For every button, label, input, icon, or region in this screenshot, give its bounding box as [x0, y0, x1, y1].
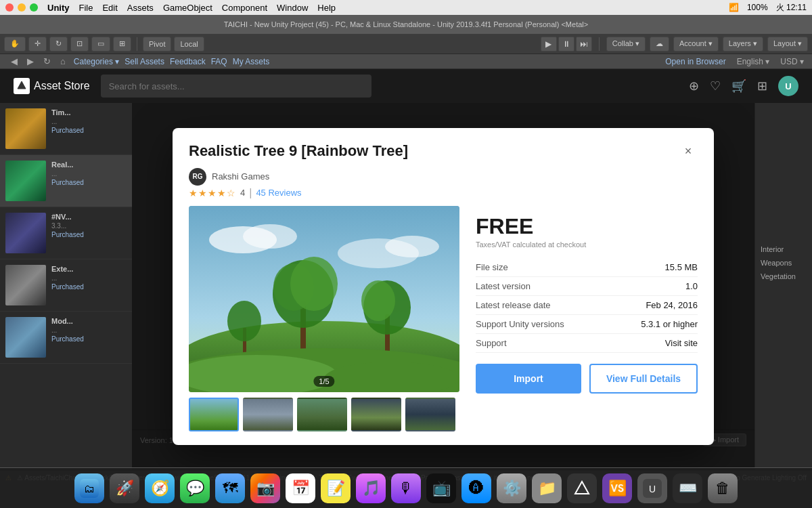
menu-gameobject[interactable]: GameObject	[163, 3, 212, 13]
main-product-image: 1/5	[189, 206, 459, 392]
tab-feedback[interactable]: Feedback	[170, 57, 206, 66]
right-panel-item-interior[interactable]: Interior	[755, 242, 812, 256]
menu-window[interactable]: Window	[277, 3, 308, 13]
layers-button[interactable]: Layers ▾	[723, 37, 763, 51]
wifi-icon: 📶	[729, 3, 739, 12]
product-title: Realistic Tree 9 [Rainbow Tree]	[189, 142, 408, 161]
svg-point-4	[385, 236, 439, 257]
local-button[interactable]: Local	[174, 37, 204, 51]
dock-unity[interactable]	[567, 473, 597, 503]
image-counter: 1/5	[313, 376, 334, 387]
list-item[interactable]: Real... ... Purchased	[0, 155, 132, 207]
list-item[interactable]: Tim... ... Purchased	[0, 103, 132, 155]
publisher-name[interactable]: Rakshi Games	[212, 171, 269, 182]
layout-button[interactable]: Layout ▾	[767, 37, 808, 51]
unity-toolbar: ✋ ✛ ↻ ⊡ ▭ ⊞ Pivot Local ▶ ⏸ ⏭ Collab ▾ ☁…	[0, 34, 812, 54]
dock-podcasts[interactable]: 🎙	[391, 473, 421, 503]
support-link[interactable]: Visit site	[584, 333, 698, 352]
minimize-button[interactable]	[18, 3, 26, 12]
dock-photos[interactable]: 📷	[250, 473, 280, 503]
maximize-button[interactable]	[30, 3, 38, 12]
macos-menubar: Unity File Edit Assets GameObject Compon…	[0, 0, 812, 15]
right-panel-item-weapons[interactable]: Weapons	[755, 256, 812, 270]
search-input[interactable]	[101, 75, 371, 98]
open-in-browser-link[interactable]: Open in Browser	[665, 57, 725, 66]
dock-systemprefs[interactable]: ⚙️	[497, 473, 526, 503]
dock-trash[interactable]: 🗑	[708, 473, 738, 503]
right-panel-item-vegetation[interactable]: Vegetation	[755, 270, 812, 283]
list-item[interactable]: Exte... ... Purchased	[0, 259, 132, 312]
detail-row: File size 15.5 MB	[476, 258, 698, 277]
detail-label: Support	[476, 333, 584, 352]
dock-safari[interactable]: 🧭	[145, 473, 175, 503]
collab-button[interactable]: Collab ▾	[606, 37, 646, 51]
tab-refresh[interactable]: ↻	[41, 56, 53, 66]
tab-sell[interactable]: Sell Assets	[125, 57, 164, 66]
modal-actions: Import View Full Details	[476, 364, 698, 394]
dock-unity2[interactable]: U	[637, 473, 667, 503]
dock-vscode[interactable]: 🆚	[602, 473, 632, 503]
app-name[interactable]: Unity	[47, 3, 70, 13]
thumbnail-5[interactable]	[405, 398, 455, 431]
cart-icon[interactable]: 🛒	[731, 79, 746, 93]
svg-text:🗂: 🗂	[84, 483, 95, 494]
thumbnail-1[interactable]	[189, 398, 239, 431]
import-button[interactable]: Import	[476, 364, 581, 394]
dock-finder[interactable]: 🗂	[74, 473, 104, 503]
list-item[interactable]: #NV... 3.3... Purchased	[0, 207, 132, 259]
reviews-link[interactable]: 45 Reviews	[256, 188, 301, 198]
upload-icon[interactable]: ⊕	[689, 79, 699, 93]
thumbnail-2[interactable]	[243, 398, 293, 431]
sep2	[599, 37, 600, 51]
menu-component[interactable]: Component	[222, 3, 267, 13]
menu-file[interactable]: File	[79, 3, 93, 13]
scale-tool[interactable]: ⊡	[70, 37, 89, 51]
currency-select[interactable]: USD ▾	[780, 57, 804, 66]
dock-appletv[interactable]: 📺	[426, 473, 456, 503]
tab-back[interactable]: ◀	[8, 56, 20, 66]
language-select[interactable]: English ▾	[737, 57, 770, 66]
rect-tool[interactable]: ▭	[91, 37, 110, 51]
step-button[interactable]: ⏭	[576, 37, 592, 51]
thumbnail-3[interactable]	[297, 398, 347, 431]
unity-logo[interactable]: Asset Store	[14, 78, 90, 94]
pivot-button[interactable]: Pivot	[143, 37, 171, 51]
wishlist-icon[interactable]: ♡	[710, 79, 721, 93]
tab-categories[interactable]: Categories ▾	[74, 57, 119, 66]
detail-label: Support Unity versions	[476, 314, 584, 333]
play-button[interactable]: ▶	[541, 37, 557, 51]
asset-name: #NV...	[51, 213, 127, 221]
dock-finder2[interactable]: 📁	[532, 473, 562, 503]
menu-assets[interactable]: Assets	[127, 3, 154, 13]
cloud-button[interactable]: ☁	[650, 37, 669, 51]
menu-edit[interactable]: Edit	[102, 3, 117, 13]
list-item[interactable]: Mod... ... Purchased	[0, 312, 132, 364]
thumbnail-4[interactable]	[351, 398, 401, 431]
dock-terminal[interactable]: ⌨️	[673, 473, 702, 503]
tab-my-assets[interactable]: My Assets	[233, 57, 270, 66]
rotate-tool[interactable]: ↻	[49, 37, 68, 51]
view-full-details-button[interactable]: View Full Details	[589, 364, 698, 394]
toolbar-right: ▶ ⏸ ⏭ Collab ▾ ☁ Account ▾ Layers ▾ Layo…	[541, 37, 808, 51]
modal-close-button[interactable]: ×	[679, 142, 698, 161]
close-button[interactable]	[5, 3, 14, 12]
dock-itunes[interactable]: 🎵	[356, 473, 386, 503]
hand-tool[interactable]: ✋	[4, 37, 26, 51]
user-avatar[interactable]: U	[778, 76, 798, 96]
dock-notes[interactable]: 📝	[321, 473, 351, 503]
grid-icon[interactable]: ⊞	[757, 79, 767, 93]
dock-maps[interactable]: 🗺	[215, 473, 245, 503]
tab-forward[interactable]: ▶	[24, 56, 37, 66]
menu-help[interactable]: Help	[317, 3, 336, 13]
asset-thumbnail	[5, 108, 46, 149]
transform-tool[interactable]: ⊞	[113, 37, 131, 51]
dock-calendar[interactable]: 📅	[286, 473, 315, 503]
dock-launchpad[interactable]: 🚀	[110, 473, 139, 503]
dock-messages[interactable]: 💬	[180, 473, 210, 503]
move-tool[interactable]: ✛	[28, 37, 47, 51]
pause-button[interactable]: ⏸	[558, 37, 574, 51]
tab-faq[interactable]: FAQ	[211, 57, 227, 66]
account-button[interactable]: Account ▾	[673, 37, 719, 51]
dock-appstore[interactable]: 🅐	[461, 473, 491, 503]
tab-home[interactable]: ⌂	[58, 56, 68, 66]
